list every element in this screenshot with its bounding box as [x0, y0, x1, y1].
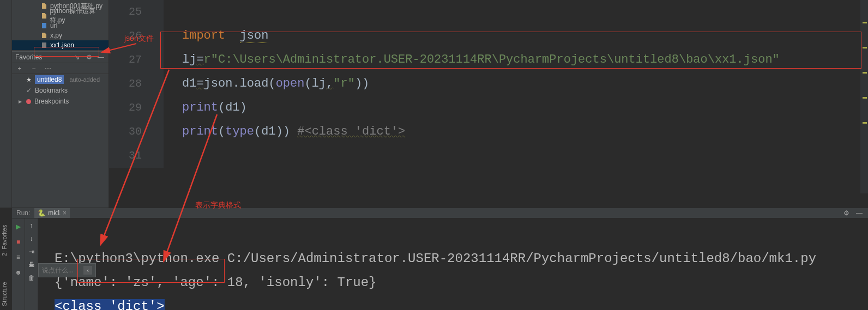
line-number: 29 [109, 96, 164, 120]
code-line[interactable]: 30print(type(d1)) #<class 'dict'> [109, 120, 868, 144]
favorites-toolbar: + − ⋯ [12, 63, 108, 74]
bookmarks-item[interactable]: ✓ Bookmarks [12, 85, 108, 96]
up-button[interactable]: ↑ [30, 222, 33, 229]
structure-tool-tab[interactable]: Structure [1, 282, 8, 306]
favorites-list-suffix: auto-added [69, 76, 100, 83]
nav-prev-button[interactable]: ‹ [83, 266, 92, 275]
run-label: Run: [16, 209, 30, 217]
search-input[interactable] [42, 266, 80, 274]
console-line: {'name': 'zs', 'age': 18, 'isonly': True… [55, 275, 377, 290]
file-label: xx1.json [50, 41, 74, 49]
warning-marker[interactable] [863, 72, 867, 74]
run-tool-bar: Run: 🐍 mk1 × ⚙ — [12, 208, 868, 218]
favorites-title: Favorites [15, 53, 69, 61]
python-icon: 🐍 [38, 209, 46, 217]
code-content[interactable]: lj=r"C:\Users\Administrator.USER-2023111… [182, 48, 780, 72]
file-icon [40, 22, 48, 29]
more-button[interactable]: ⋯ [44, 64, 52, 73]
code-line[interactable]: 26import json [109, 24, 868, 48]
console-output[interactable]: E:\python3\python.exe C:/Users/Administr… [38, 218, 868, 310]
star-icon: ★ [26, 76, 32, 83]
hide-icon[interactable]: — [97, 53, 105, 62]
line-number: 30 [109, 120, 164, 144]
console-line-selected: <class 'dict'> [55, 299, 165, 310]
collapse-icon[interactable]: ↘ [73, 53, 81, 62]
line-number: 28 [109, 72, 164, 96]
breakpoints-label: Breakpoints [34, 98, 69, 105]
file-label: python操作运算符.py [50, 7, 108, 25]
editor-marker-strip[interactable] [860, 0, 868, 193]
favorites-list-item[interactable]: ★ untitled8 auto-added [12, 74, 108, 85]
emoji-search-popup[interactable]: ‹ [38, 263, 96, 277]
run-console-panel: ▶ ■ ≡ ☻ ↑ ↓ ⇥ 🖶 🗑 ‹ E:\python3\python.ex… [12, 218, 868, 310]
python-file-icon [40, 12, 47, 20]
code-editor[interactable]: 2526import json27lj=r"C:\Users\Administr… [109, 0, 868, 193]
json-file-icon [40, 41, 48, 49]
chevron-right-icon: ▸ [17, 98, 23, 105]
print-button[interactable]: 🖶 [28, 261, 35, 269]
breakpoint-icon [26, 99, 31, 104]
emoji-button[interactable]: ☻ [14, 268, 23, 277]
favorites-header: Favorites ↘ ⚙ — [12, 51, 108, 63]
layout-button[interactable]: ≡ [14, 252, 23, 262]
remove-button[interactable]: − [29, 64, 38, 73]
check-icon: ✓ [26, 87, 32, 94]
code-content[interactable]: import json [182, 24, 268, 48]
add-button[interactable]: + [15, 64, 24, 73]
line-number: 25 [109, 0, 164, 24]
close-icon[interactable]: × [63, 209, 67, 217]
console-line: E:\python3\python.exe C:/Users/Administr… [55, 251, 816, 266]
code-line[interactable]: 27lj=r"C:\Users\Administrator.USER-20231… [109, 48, 868, 72]
favorites-list: ★ untitled8 auto-added ✓ Bookmarks ▸ Bre… [12, 74, 108, 107]
svg-rect-0 [42, 23, 46, 28]
warning-marker[interactable] [863, 47, 867, 48]
gear-icon[interactable]: ⚙ [842, 209, 851, 217]
line-number: 26 [109, 24, 164, 48]
bookmarks-label: Bookmarks [35, 87, 68, 94]
warning-marker[interactable] [863, 122, 867, 124]
code-line[interactable]: 28d1=json.load(open(lj,"r")) [109, 72, 868, 96]
run-tool-column-primary: ▶ ■ ≡ ☻ [12, 218, 25, 310]
code-line[interactable]: 25 [109, 0, 868, 24]
favorites-tool-tab[interactable]: 2: Favorites [1, 225, 8, 256]
run-tab[interactable]: 🐍 mk1 × [34, 208, 70, 218]
trash-button[interactable]: 🗑 [28, 274, 35, 282]
file-item-selected[interactable]: xx1.json [12, 40, 108, 50]
code-line[interactable]: 29print(d1) [109, 96, 868, 120]
svg-rect-1 [42, 42, 46, 48]
wrap-button[interactable]: ⇥ [29, 248, 34, 256]
code-content[interactable]: print(type(d1)) #<class 'dict'> [182, 120, 405, 144]
down-button[interactable]: ↓ [30, 235, 33, 242]
stop-button[interactable]: ■ [14, 237, 23, 247]
code-content[interactable]: d1=json.load(open(lj,"r")) [182, 72, 369, 96]
rerun-button[interactable]: ▶ [14, 222, 23, 232]
run-tab-label: mk1 [48, 209, 61, 217]
favorites-list-name: untitled8 [35, 75, 64, 84]
project-tree[interactable]: python001基础.py python操作运算符.py url x.py x… [12, 0, 108, 51]
code-content[interactable]: print(d1) [182, 96, 247, 120]
line-number: 27 [109, 48, 164, 72]
file-item[interactable]: python操作运算符.py [12, 11, 108, 21]
file-item[interactable]: x.py [12, 31, 108, 40]
file-label: x.py [50, 32, 62, 39]
python-file-icon [40, 2, 48, 10]
hide-icon[interactable]: — [855, 209, 864, 217]
warning-marker[interactable] [863, 97, 867, 99]
python-file-icon [40, 32, 48, 39]
warning-marker[interactable] [863, 22, 867, 23]
gear-icon[interactable]: ⚙ [85, 53, 93, 62]
code-line[interactable]: 31 [109, 144, 868, 168]
run-tool-column-secondary: ↑ ↓ ⇥ 🖶 🗑 [25, 218, 38, 310]
tool-window-strip: 2: Favorites Structure [0, 0, 12, 208]
breakpoints-item[interactable]: ▸ Breakpoints [12, 96, 108, 107]
file-label: url [50, 22, 57, 29]
line-number: 31 [109, 144, 164, 168]
